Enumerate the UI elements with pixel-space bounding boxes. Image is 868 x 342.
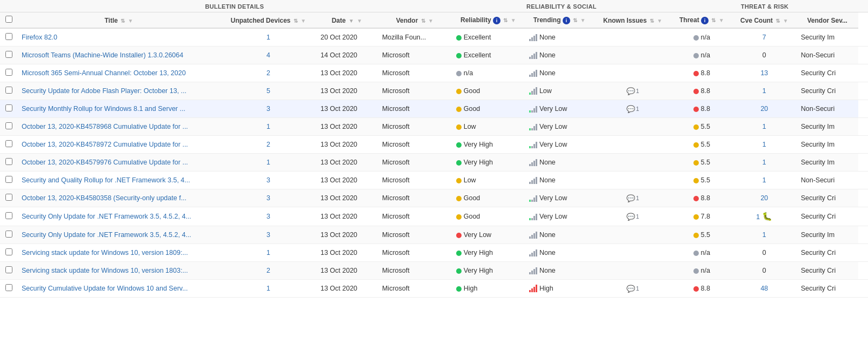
row-checkbox[interactable]: [5, 231, 12, 238]
date-filter-icon[interactable]: ▼: [357, 18, 362, 24]
threat-text: n/a: [701, 34, 710, 41]
col-header-threat[interactable]: Threat i ⇅ ▼: [671, 12, 732, 29]
title-link[interactable]: Microsoft 365 Semi-Annual Channel: Octob…: [22, 69, 186, 77]
trending-info-icon[interactable]: i: [563, 17, 570, 24]
cve-count-link[interactable]: 20: [760, 105, 768, 113]
col-header-known-issues[interactable]: Known Issues ⇅ ▼: [594, 12, 671, 29]
row-reliability: Good: [452, 82, 525, 100]
unpatched-link[interactable]: 4: [266, 51, 270, 59]
title-link[interactable]: Microsoft Teams (Machine-Wide Installer)…: [22, 51, 183, 59]
title-link[interactable]: Security Cumulative Update for Windows 1…: [22, 285, 188, 292]
title-link[interactable]: October 13, 2020-KB4578972 Cumulative Up…: [22, 141, 188, 148]
unpatched-link[interactable]: 3: [266, 176, 270, 184]
trending-filter-icon[interactable]: ▼: [580, 17, 586, 23]
vendor-filter-icon[interactable]: ▼: [428, 18, 433, 24]
cve-count-link[interactable]: 1: [756, 213, 760, 221]
unpatched-link[interactable]: 2: [266, 267, 270, 274]
known-issues-badge[interactable]: 💬 1: [626, 105, 639, 113]
cve-count-link[interactable]: 1: [763, 87, 766, 95]
col-header-reliability[interactable]: Reliability i ⇅ ▼: [452, 12, 525, 29]
cve-count-link[interactable]: 1: [763, 159, 766, 166]
threat-filter-icon[interactable]: ▼: [719, 17, 724, 23]
row-checkbox[interactable]: [5, 266, 12, 273]
title-link[interactable]: October 13, 2020-KB4578968 Cumulative Up…: [22, 123, 188, 130]
row-checkbox[interactable]: [5, 248, 12, 255]
row-vendor-severity: Non-Securi: [797, 47, 858, 64]
row-checkbox[interactable]: [5, 176, 12, 183]
title-link[interactable]: October 13, 2020-KB4580358 (Security-onl…: [22, 194, 186, 202]
unpatched-link[interactable]: 1: [266, 249, 270, 256]
title-link[interactable]: Servicing stack update for Windows 10, v…: [22, 249, 188, 256]
row-trending: None: [525, 64, 594, 82]
row-checkbox[interactable]: [5, 33, 12, 40]
row-checkbox[interactable]: [5, 51, 12, 58]
table-row: Firefox 82.0120 Oct 2020Mozilla Foun...E…: [0, 28, 868, 47]
cve-filter-icon[interactable]: ▼: [783, 18, 788, 24]
col-header-unpatched[interactable]: Unpatched Devices ⇅ ▼: [221, 12, 316, 29]
title-link[interactable]: Security and Quality Rollup for .NET Fra…: [22, 176, 190, 184]
cve-count-link[interactable]: 7: [763, 34, 766, 41]
title-filter-icon[interactable]: ▼: [128, 18, 133, 24]
row-checkbox[interactable]: [5, 140, 12, 147]
cve-count-value: 0: [763, 51, 766, 59]
select-all-checkbox[interactable]: [5, 16, 12, 23]
unpatched-filter-icon[interactable]: ▼: [301, 18, 306, 24]
col-header-date[interactable]: Date ▼ ▼: [316, 12, 378, 29]
cve-count-link[interactable]: 20: [760, 194, 768, 202]
threat-info-icon[interactable]: i: [701, 17, 709, 24]
checkbox-header-section: [0, 0, 17, 12]
col-header-title[interactable]: Title ⇅ ▼: [17, 12, 221, 29]
cve-count-link[interactable]: 1: [763, 176, 766, 184]
row-checkbox[interactable]: [5, 158, 12, 165]
unpatched-link[interactable]: 2: [266, 69, 270, 77]
row-unpatched: 1: [221, 154, 316, 172]
cve-count-link[interactable]: 13: [760, 69, 768, 77]
cve-count-link[interactable]: 1: [763, 141, 766, 148]
cve-count-link[interactable]: 48: [760, 285, 768, 292]
cve-count-link[interactable]: 1: [763, 231, 766, 239]
select-all-checkbox-header[interactable]: [0, 12, 17, 29]
title-link[interactable]: Security Update for Adobe Flash Player: …: [22, 87, 186, 95]
unpatched-link[interactable]: 3: [266, 194, 270, 202]
unpatched-link[interactable]: 1: [266, 159, 270, 166]
row-checkbox[interactable]: [5, 69, 12, 76]
comment-icon: 💬: [626, 105, 635, 113]
title-link[interactable]: Firefox 82.0: [22, 34, 57, 41]
row-unpatched: 1: [221, 28, 316, 47]
title-link[interactable]: Security Only Update for .NET Framework …: [22, 213, 191, 220]
unpatched-link[interactable]: 1: [266, 285, 270, 292]
row-checkbox[interactable]: [5, 212, 12, 219]
unpatched-link[interactable]: 2: [266, 141, 270, 148]
title-link[interactable]: Security Monthly Rollup for Windows 8.1 …: [22, 105, 185, 113]
threat-dot: [693, 178, 699, 183]
title-link[interactable]: October 13, 2020-KB4579976 Cumulative Up…: [22, 159, 188, 166]
bug-icon: 🐛: [760, 212, 772, 221]
col-header-vendor[interactable]: Vendor ⇅ ▼: [378, 12, 452, 29]
unpatched-link[interactable]: 1: [266, 34, 270, 41]
reliability-filter-icon[interactable]: ▼: [511, 17, 516, 23]
reliability-info-icon[interactable]: i: [493, 17, 500, 24]
cve-count-link[interactable]: 1: [763, 123, 766, 130]
known-issues-badge[interactable]: 💬 1: [626, 285, 639, 293]
unpatched-link[interactable]: 3: [266, 231, 270, 239]
title-link[interactable]: Security Only Update for .NET Framework …: [22, 231, 191, 239]
table-row: Security Only Update for .NET Framework …: [0, 226, 868, 244]
col-header-vendor-severity[interactable]: Vendor Sev...: [797, 12, 858, 29]
row-checkbox[interactable]: [5, 122, 12, 129]
col-header-trending[interactable]: Trending i ⇅ ▼: [525, 12, 594, 29]
title-link[interactable]: Servicing stack update for Windows 10, v…: [22, 267, 188, 274]
unpatched-link[interactable]: 1: [266, 123, 270, 130]
row-checkbox[interactable]: [5, 87, 12, 94]
known-issues-badge[interactable]: 💬 1: [626, 194, 639, 202]
col-header-cve-count[interactable]: Cve Count ⇅ ▼: [732, 12, 796, 29]
threat-text: 7.8: [701, 213, 710, 220]
known-filter-icon[interactable]: ▼: [657, 18, 662, 24]
unpatched-link[interactable]: 5: [266, 87, 270, 95]
row-checkbox[interactable]: [5, 104, 12, 111]
known-issues-badge[interactable]: 💬 1: [626, 213, 639, 221]
unpatched-link[interactable]: 3: [266, 105, 270, 113]
known-issues-badge[interactable]: 💬 1: [626, 87, 639, 95]
unpatched-link[interactable]: 3: [266, 213, 270, 220]
row-checkbox[interactable]: [5, 284, 12, 291]
row-checkbox[interactable]: [5, 194, 12, 201]
